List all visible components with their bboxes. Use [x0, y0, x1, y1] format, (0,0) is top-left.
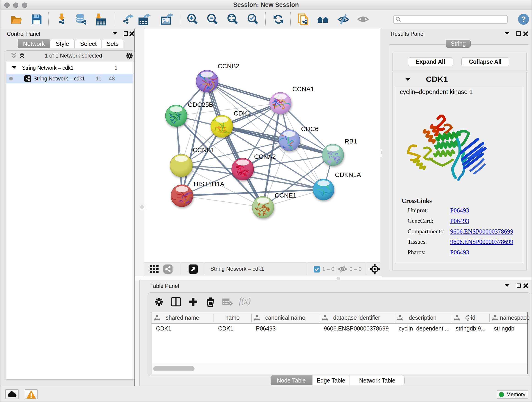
- svg-text:RB1: RB1: [345, 138, 357, 145]
- svg-text:CCNB2: CCNB2: [218, 63, 239, 70]
- svg-text:CDKN1A: CDKN1A: [335, 171, 361, 178]
- svg-text:CCNA1: CCNA1: [292, 85, 314, 93]
- svg-text:HIST1H1A: HIST1H1A: [194, 180, 224, 187]
- svg-text:?: ?: [521, 15, 526, 23]
- svg-text:CCNB1: CCNB1: [193, 147, 215, 153]
- svg-text:CCNE1: CCNE1: [275, 192, 297, 199]
- svg-text:CDC25B: CDC25B: [188, 101, 213, 108]
- svg-text:CDC6: CDC6: [301, 125, 318, 133]
- svg-text:CDK1: CDK1: [234, 110, 251, 117]
- svg-text:CCNA2: CCNA2: [254, 153, 276, 160]
